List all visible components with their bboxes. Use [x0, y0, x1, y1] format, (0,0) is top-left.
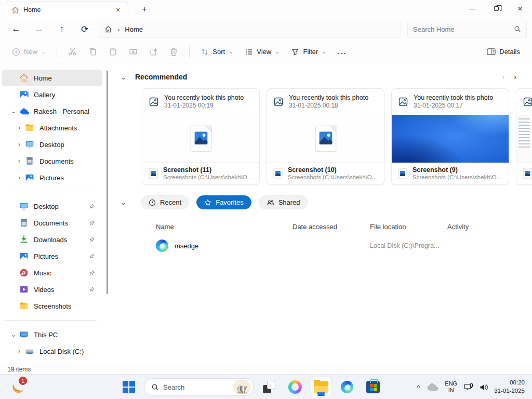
sidebar-item-attachments[interactable]: › Attachments [2, 119, 102, 136]
onedrive-tray-icon[interactable] [427, 383, 438, 391]
up-button[interactable]: ↑ [52, 20, 72, 38]
tab-recent[interactable]: Recent [141, 195, 189, 209]
sidebar-item-videos-pinned[interactable]: Videos [2, 281, 102, 298]
search-input[interactable]: Search Home [407, 21, 527, 37]
more-options-button[interactable]: ... [334, 43, 352, 61]
card-footer [516, 163, 532, 184]
carousel-right-icon[interactable]: › [514, 73, 516, 81]
sidebar-item-gallery[interactable]: Gallery [2, 86, 102, 103]
desktop-icon [19, 201, 29, 211]
document-icon [19, 218, 29, 228]
section-title: Recommended [135, 73, 187, 81]
sidebar-item-documents-pinned[interactable]: Documents [2, 215, 102, 231]
recommended-card[interactable]: You recently took this photo 31-01-2025 … [267, 88, 384, 185]
chevron-right-icon[interactable]: › [14, 141, 24, 148]
file-row-msedge[interactable]: msedge Local Disk (C:)\Progra... [110, 238, 532, 254]
language-indicator[interactable]: ENG IN [444, 380, 458, 394]
chevron-right-icon[interactable]: › [14, 348, 24, 355]
tray-chevron-up-icon[interactable]: ^ [415, 383, 422, 391]
sidebar-item-downloads-pinned[interactable]: Downloads [2, 231, 102, 248]
new-tab-button[interactable]: + [137, 3, 152, 16]
copy-icon [88, 47, 97, 56]
clock-icon [149, 199, 156, 206]
cut-button[interactable] [63, 43, 82, 61]
chevron-down-icon[interactable]: ⌄ [8, 331, 19, 338]
card-footer: Screenshot (9) Screenshots (C:\Users\she… [392, 163, 509, 184]
sidebar-item-local-disk-c[interactable]: › Local Disk (C:) [2, 343, 102, 360]
collapse-chevron-icon[interactable]: ⌄ [121, 198, 133, 206]
view-button-label: View [257, 48, 271, 56]
sidebar-item-onedrive[interactable]: ⌄ Rakesh - Personal [2, 103, 102, 119]
zebra-image[interactable] [233, 380, 251, 394]
breadcrumb[interactable]: Home [125, 25, 143, 33]
tab-shared[interactable]: Shared [259, 195, 308, 209]
close-button[interactable]: ✕ [508, 0, 532, 17]
tab-close-button[interactable]: ✕ [112, 4, 124, 16]
details-button-label: Details [499, 48, 520, 56]
pill-group: Recent Favorites Shared [141, 195, 308, 209]
address-bar[interactable]: › Home [99, 21, 401, 37]
column-header-name[interactable]: Name [156, 221, 292, 233]
forward-button[interactable]: → [29, 20, 49, 38]
title-bar: Home ✕ + — ✕ [0, 0, 532, 18]
header-spacer [110, 221, 156, 233]
file-name-cell: msedge [156, 240, 292, 252]
sidebar-item-documents-onedrive[interactable]: › Documents [2, 153, 102, 169]
network-icon[interactable] [463, 382, 474, 392]
view-button[interactable]: View ⌄ [240, 43, 284, 61]
sidebar-item-desktop-onedrive[interactable]: › Desktop [2, 136, 102, 153]
paste-button[interactable] [104, 43, 122, 61]
new-button[interactable]: New ⌄ [7, 43, 50, 61]
column-header-date-accessed[interactable]: Date accessed [292, 221, 370, 233]
tab-favorites[interactable]: Favorites [196, 195, 251, 209]
sidebar-item-desktop-pinned[interactable]: Desktop [2, 198, 102, 215]
column-header-activity[interactable]: Activity [447, 221, 532, 233]
column-header-file-location[interactable]: File location [370, 221, 447, 233]
taskbar-search[interactable]: Search [144, 378, 254, 396]
recommended-card[interactable]: You recently took this photo 31-01-2025 … [142, 88, 260, 185]
sidebar-scrollbar[interactable] [104, 63, 110, 364]
start-button[interactable] [118, 377, 139, 397]
microsoft-store-button[interactable] [363, 377, 383, 397]
sidebar-item-home[interactable]: Home [2, 70, 102, 86]
rename-button[interactable] [124, 43, 142, 61]
delete-button[interactable] [165, 43, 183, 61]
recommended-card[interactable]: You recently took this photo 31-01-2025 … [391, 88, 509, 185]
gallery-icon [19, 89, 29, 100]
details-button[interactable]: Details [482, 43, 525, 61]
sidebar-item-pictures-onedrive[interactable]: › Pictures [2, 169, 102, 186]
explorer-tab-home[interactable]: Home ✕ [5, 2, 128, 18]
cut-icon [68, 47, 77, 56]
refresh-button[interactable]: ⟳ [75, 20, 95, 38]
sidebar-item-label: Home [34, 74, 52, 82]
file-explorer-button[interactable] [311, 377, 331, 397]
back-button[interactable]: ← [6, 20, 26, 38]
sort-button[interactable]: Sort ⌄ [196, 43, 238, 61]
sidebar-item-music-pinned[interactable]: Music [2, 264, 102, 281]
filter-button[interactable]: Filter ⌄ [286, 43, 331, 61]
minimize-button[interactable]: — [460, 0, 484, 17]
chevron-right-icon[interactable]: › [14, 124, 24, 131]
copilot-button[interactable] [285, 377, 305, 397]
chevron-down-icon[interactable]: ⌄ [8, 108, 19, 115]
chevron-right-icon[interactable]: › [14, 174, 24, 181]
restore-button[interactable] [484, 0, 508, 17]
sidebar-item-this-pc[interactable]: ⌄ This PC [2, 326, 102, 343]
pin-icon [86, 218, 97, 228]
recommended-card-partial[interactable] [516, 88, 532, 185]
carousel-left-icon[interactable]: ‹ [502, 73, 505, 81]
sidebar-item-pictures-pinned[interactable]: Pictures [2, 248, 102, 264]
task-view-button[interactable] [259, 377, 280, 397]
edge-button[interactable] [337, 377, 357, 397]
scrollbar-thumb[interactable] [107, 71, 108, 294]
copy-button[interactable] [84, 43, 102, 61]
carousel-nav: ‹ › [502, 73, 516, 81]
sidebar-item-screenshots[interactable]: Screenshots [2, 298, 102, 314]
volume-icon[interactable] [479, 383, 489, 392]
clock[interactable]: 00:20 31-01-2025 [494, 379, 528, 395]
notification-app-button[interactable]: 1 [7, 377, 28, 397]
sort-button-label: Sort [212, 48, 225, 56]
chevron-right-icon[interactable]: › [14, 157, 24, 165]
collapse-chevron-icon[interactable]: ⌄ [121, 73, 133, 81]
share-button[interactable] [144, 43, 163, 61]
